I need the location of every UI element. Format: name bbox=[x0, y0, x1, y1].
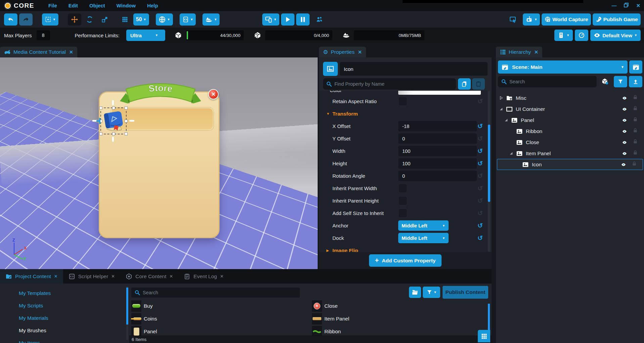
tab-core-content[interactable]: Core Content✕ bbox=[120, 269, 178, 284]
close-icon[interactable]: ✕ bbox=[111, 274, 115, 279]
asset-close[interactable]: ✕Close bbox=[312, 300, 493, 312]
checkbox-retain-aspect-ratio[interactable] bbox=[398, 97, 407, 106]
play-button[interactable] bbox=[281, 13, 294, 26]
expand-arrow-icon[interactable] bbox=[509, 152, 513, 155]
lock-icon[interactable] bbox=[633, 117, 638, 124]
expand-arrow-icon[interactable] bbox=[499, 107, 503, 111]
default-view-dropdown[interactable]: Default View▼ bbox=[590, 30, 641, 41]
hierarchy-node-close[interactable]: Close bbox=[496, 137, 644, 148]
reset-property-button[interactable]: ↻ bbox=[477, 209, 483, 217]
capture-camera-dropdown[interactable]: ▼ bbox=[523, 13, 540, 26]
reset-property-button[interactable]: ↻ bbox=[477, 97, 483, 105]
sidebar-item-my-brushes[interactable]: My Brushes bbox=[0, 324, 125, 337]
hierarchy-node-ribbon[interactable]: Ribbon bbox=[496, 126, 644, 137]
reset-property-button[interactable]: ↻ bbox=[477, 197, 483, 205]
sidebar-item-my-templates[interactable]: My Templates bbox=[0, 287, 125, 299]
hierarchy-node-misc[interactable]: Misc bbox=[496, 92, 644, 103]
grid-snap-size-dropdown[interactable]: 50▼ bbox=[133, 13, 149, 26]
lock-icon[interactable] bbox=[633, 105, 638, 113]
grid-snap-button[interactable] bbox=[118, 13, 132, 26]
rotate-tool-button[interactable] bbox=[83, 13, 96, 26]
hierarchy-node-panel[interactable]: Panel bbox=[496, 115, 644, 126]
reset-property-button[interactable]: ↻ bbox=[477, 184, 483, 192]
reset-property-button[interactable]: ↻ bbox=[477, 222, 483, 229]
menu-file[interactable]: File bbox=[48, 3, 57, 8]
property-input-y-offset[interactable] bbox=[398, 133, 477, 144]
property-input-width[interactable] bbox=[398, 146, 477, 156]
menu-help[interactable]: Help bbox=[147, 3, 158, 8]
eye-icon[interactable] bbox=[620, 162, 627, 167]
reset-property-button[interactable]: ↻ bbox=[477, 172, 483, 180]
reset-property-button[interactable]: ↻ bbox=[477, 147, 483, 155]
property-input-x-offset[interactable] bbox=[398, 121, 477, 131]
object-type-image-button[interactable] bbox=[323, 62, 338, 76]
redo-button[interactable] bbox=[19, 13, 33, 26]
restore-button[interactable] bbox=[623, 3, 629, 8]
pause-button[interactable] bbox=[296, 13, 310, 26]
publish-game-button[interactable]: Publish Game bbox=[593, 13, 641, 26]
eye-icon[interactable] bbox=[621, 129, 628, 134]
close-icon[interactable]: ✕ bbox=[358, 49, 362, 55]
menu-object[interactable]: Object bbox=[89, 3, 105, 8]
close-icon[interactable]: ✕ bbox=[169, 274, 173, 279]
close-window-button[interactable]: ✕ bbox=[635, 3, 641, 9]
paste-properties-button[interactable] bbox=[472, 78, 485, 90]
reset-property-button[interactable]: ↻ bbox=[477, 160, 483, 167]
tab-script-helper[interactable]: Script Helper✕ bbox=[63, 269, 121, 284]
eye-icon[interactable] bbox=[621, 151, 628, 156]
tab-project-content[interactable]: Project Content✕ bbox=[0, 269, 63, 284]
new-folder-button[interactable] bbox=[409, 287, 421, 298]
minimize-button[interactable]: — bbox=[611, 3, 617, 8]
pc-performance-dropdown[interactable]: ▼ bbox=[554, 30, 573, 41]
performance-limits-dropdown[interactable]: Ultra▼ bbox=[126, 30, 165, 41]
scene-settings-button[interactable] bbox=[629, 60, 642, 74]
sidebar-item-my-materials[interactable]: My Materials bbox=[0, 312, 125, 324]
checkbox-inherit-parent-height[interactable] bbox=[398, 196, 407, 205]
asset-dropdown[interactable]: ▼ bbox=[202, 13, 220, 26]
scene-selector-dropdown[interactable]: Scene: Main ▼ bbox=[498, 60, 628, 74]
multiplayer-icon[interactable] bbox=[316, 16, 323, 23]
undo-button[interactable] bbox=[4, 13, 17, 26]
sidebar-item-my-scripts[interactable]: My Scripts bbox=[0, 299, 125, 312]
screen-share-icon[interactable] bbox=[509, 16, 517, 23]
viewport-canvas[interactable]: Store ✕ bbox=[0, 57, 318, 269]
preview-device-dropdown[interactable]: ▼ bbox=[262, 13, 279, 26]
section-expanded-icon[interactable]: ▼ bbox=[326, 112, 330, 116]
lock-icon[interactable] bbox=[632, 161, 637, 168]
hierarchy-node-icon[interactable]: Icon bbox=[497, 159, 643, 170]
close-icon[interactable]: ✕ bbox=[220, 274, 224, 279]
eye-icon[interactable] bbox=[621, 140, 628, 145]
collapse-arrow-icon[interactable] bbox=[499, 96, 503, 100]
grid-view-button[interactable] bbox=[478, 330, 490, 342]
eye-icon[interactable] bbox=[621, 118, 628, 123]
tab-hierarchy[interactable]: Hierarchy ✕ bbox=[496, 47, 542, 57]
object-name-input[interactable] bbox=[340, 62, 488, 76]
reset-property-button[interactable]: ↻ bbox=[477, 234, 483, 242]
properties-scroll-area[interactable]: Color Retain Aspect Ratio↻▼TransformX Of… bbox=[319, 91, 488, 252]
checkbox-inherit-parent-width[interactable] bbox=[398, 184, 407, 193]
tab-properties[interactable]: ⚙ Properties ✕ bbox=[319, 47, 366, 57]
lock-icon[interactable] bbox=[633, 94, 638, 101]
publish-content-button[interactable]: Publish Content bbox=[443, 286, 488, 299]
hierarchy-node-ui-container[interactable]: UI Container bbox=[496, 103, 644, 115]
lock-icon[interactable] bbox=[633, 139, 638, 146]
lock-icon[interactable] bbox=[633, 128, 638, 135]
reset-property-button[interactable]: ↻ bbox=[477, 122, 483, 130]
asset-buy[interactable]: Buy bbox=[131, 300, 312, 312]
sidebar-item-my-items[interactable]: My Items bbox=[0, 337, 125, 343]
property-input-height[interactable] bbox=[398, 158, 477, 169]
hierarchy-filter-button[interactable] bbox=[614, 76, 627, 87]
close-icon[interactable]: ✕ bbox=[54, 274, 58, 279]
section-collapsed-icon[interactable]: ▶ bbox=[326, 249, 329, 252]
reset-property-button[interactable]: ↻ bbox=[477, 135, 483, 142]
menu-window[interactable]: Window bbox=[117, 3, 136, 8]
hierarchy-search-input[interactable] bbox=[498, 76, 597, 87]
checkbox-add-self-size-to-inherit[interactable] bbox=[398, 209, 407, 218]
world-mode-dropdown[interactable]: ▼ bbox=[156, 13, 173, 26]
content-scrollbar[interactable] bbox=[488, 304, 490, 331]
max-players-input[interactable] bbox=[37, 30, 50, 40]
asset-coins[interactable]: Coins bbox=[131, 312, 312, 325]
dropdown-anchor[interactable]: Middle Left▼ bbox=[398, 220, 449, 231]
move-tool-button[interactable] bbox=[68, 13, 81, 26]
content-filter-dropdown[interactable]: ▼ bbox=[423, 287, 440, 298]
